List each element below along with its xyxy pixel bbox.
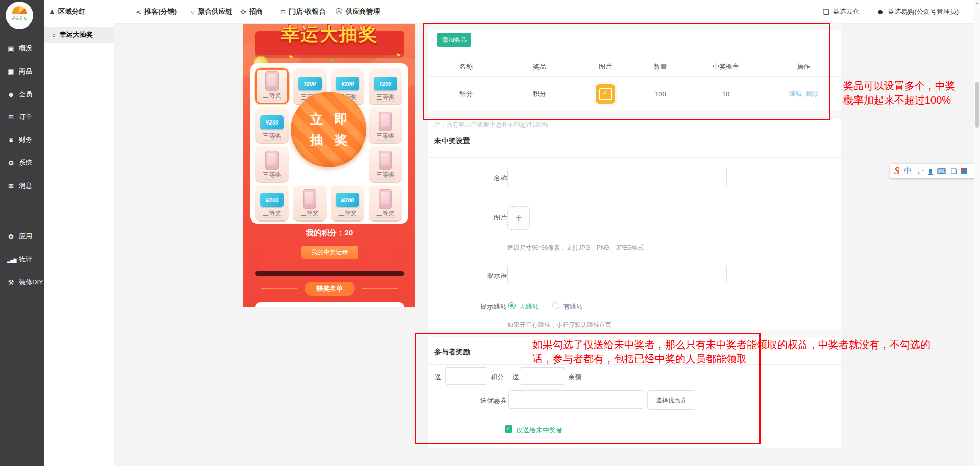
- sidebar-item-goods[interactable]: 商品: [7, 67, 32, 76]
- sidebar-item-apps[interactable]: 应用: [7, 232, 32, 241]
- scroll-up-arrow-icon[interactable]: [975, 1, 979, 5]
- prize-tile-voucher[interactable]: ¥200三等奖: [255, 185, 289, 220]
- prize-tile-label: 三等奖: [263, 92, 281, 101]
- finance-icon: [7, 136, 15, 144]
- sidebar-item-messages[interactable]: 消息: [7, 181, 32, 190]
- message-icon: [7, 182, 15, 190]
- keyboard-icon[interactable]: ⌨: [937, 167, 946, 175]
- no-jump-radio[interactable]: [508, 302, 516, 309]
- give-balance-input[interactable]: [520, 367, 565, 385]
- nav-promoter-distribution[interactable]: ⋖ 推客(分销): [136, 0, 177, 23]
- prize-tile-label: 三等奖: [263, 210, 281, 218]
- sogou-logo-icon[interactable]: S: [894, 165, 900, 177]
- admin-lottery-page: ♟ 区域分红 ⋖ 推客(分销) ○ 聚合供应链 ✣ 招商 ⊡ 门店-收银台 Ⓢ …: [0, 0, 980, 466]
- user-account-menu[interactable]: 益选易购(公众号管理员): [877, 7, 959, 16]
- annotation-note-participant: 如果勾选了仅送给未中奖者，那么只有未中奖者能领取的权益，中奖者就没有，不勾选的 …: [532, 337, 930, 366]
- points-prize-icon: [596, 84, 615, 104]
- workspace-label: 益选云仓: [833, 7, 860, 16]
- col-prize: 奖品: [504, 62, 575, 71]
- jump-radio[interactable]: [552, 302, 559, 309]
- prize-tile-label: 三等奖: [376, 171, 395, 180]
- sidebar-item-stats[interactable]: 统计: [7, 255, 32, 264]
- prize-tile-phone[interactable]: 三等奖: [255, 146, 289, 182]
- nav-region-dividend[interactable]: ♟ 区域分红: [49, 0, 86, 23]
- vertical-scrollbar[interactable]: [974, 0, 980, 466]
- voucher-prize-image: ¥200: [260, 193, 284, 207]
- nav-supply-chain[interactable]: ○ 聚合供应链: [191, 0, 232, 23]
- cell-image: [575, 82, 636, 106]
- only-losers-label[interactable]: 仅送给未中奖者: [516, 426, 562, 435]
- secondary-sidebar: 幸运大抽奖: [44, 23, 114, 466]
- submenu-item-lucky-draw[interactable]: 幸运大抽奖: [44, 27, 114, 43]
- sidebar-item-members[interactable]: 会员: [7, 90, 32, 99]
- banner-title: 幸运大抽奖: [243, 24, 415, 47]
- nav-store-cashier[interactable]: ⊡ 门店-收银台: [280, 0, 326, 23]
- clipboard-icon[interactable]: ❏: [951, 167, 957, 175]
- pill-line-right: [362, 288, 398, 289]
- prize-tile-voucher[interactable]: ¥200三等奖: [369, 68, 402, 104]
- system-icon: [7, 159, 15, 167]
- only-losers-checkbox[interactable]: [505, 425, 512, 433]
- orders-icon: [7, 113, 15, 121]
- prize-table-header: 名称 奖品 图片 数量 中奖概率 操作: [428, 59, 841, 75]
- user-icon: [877, 8, 885, 16]
- jump-field-label: 提示跳转: [459, 302, 507, 311]
- clover-icon: ✣: [240, 8, 246, 16]
- annotation-note-prizes: 奖品可以设置多个，中奖 概率加起来不超过100%: [843, 79, 955, 107]
- section-strip: [428, 23, 841, 30]
- give-points-input[interactable]: [445, 367, 487, 385]
- draw-now-button[interactable]: 立 即 抽 奖: [291, 92, 366, 167]
- ime-punctuation-toggle[interactable]: ，·: [916, 166, 924, 176]
- give-balance-label: 送: [512, 373, 520, 382]
- microphone-icon[interactable]: [929, 169, 932, 174]
- ime-menu-grid-icon[interactable]: [961, 168, 967, 174]
- draw-button-line2: 抽 奖: [306, 132, 352, 149]
- delete-link[interactable]: 删除: [805, 89, 819, 99]
- voucher-value: ¥200: [341, 197, 354, 203]
- no-jump-label[interactable]: 无跳转: [519, 302, 539, 311]
- col-quantity: 数量: [636, 62, 685, 71]
- pill-line-left: [261, 288, 297, 289]
- prize-tile-label: 三等奖: [338, 210, 357, 218]
- prize-tile-voucher[interactable]: ¥200三等奖: [331, 185, 364, 220]
- sidebar-item-overview[interactable]: 概况: [7, 44, 32, 53]
- prize-tile-voucher[interactable]: ¥200三等奖: [255, 107, 289, 143]
- image-upload-box[interactable]: [507, 206, 530, 230]
- ime-language-toggle[interactable]: 中: [904, 166, 911, 176]
- nav-investment[interactable]: ✣ 招商: [240, 0, 263, 23]
- prize-tile-label: 三等奖: [263, 171, 281, 180]
- coupon-input[interactable]: [508, 390, 644, 409]
- choose-coupon-button[interactable]: 选择优惠券: [647, 390, 695, 410]
- nav-supplier-management[interactable]: Ⓢ 供应商管理: [336, 0, 380, 23]
- phone-prize-image: [265, 151, 279, 170]
- cell-quantity: 100: [636, 90, 685, 98]
- prize-tile-phone[interactable]: 三等奖: [369, 146, 402, 182]
- upload-hint: 建议尺寸96*96像素，支持JPG、PNG、JPEG格式: [507, 243, 644, 252]
- name-input[interactable]: [507, 168, 727, 187]
- my-winning-records-button[interactable]: 我的中奖记录: [301, 246, 358, 259]
- scrollbar-thumb[interactable]: [975, 82, 979, 128]
- user-label: 益选易购(公众号管理员): [888, 7, 959, 16]
- prize-tile-phone[interactable]: 三等奖: [293, 185, 327, 220]
- prize-tile-phone[interactable]: 三等奖: [369, 107, 402, 143]
- jump-label[interactable]: 有跳转: [563, 302, 583, 311]
- prize-tile-label: 三等奖: [301, 210, 319, 218]
- cell-prize: 积分: [504, 89, 575, 99]
- tip-input[interactable]: [507, 265, 727, 284]
- prize-tile-phone[interactable]: 三等奖: [369, 185, 402, 220]
- ime-toolbar: S 中 ，· ⌨ ❏: [890, 164, 980, 178]
- sidebar-item-orders[interactable]: 订单: [7, 112, 32, 121]
- app-logo[interactable]: 共选云仓: [6, 2, 33, 29]
- workspace-switcher[interactable]: 益选云仓: [823, 7, 860, 16]
- sidebar-item-diy[interactable]: 装修DIY: [7, 278, 43, 287]
- sidebar-item-system[interactable]: 系统: [7, 158, 32, 167]
- prize-tile-phone-selected[interactable]: 三等奖: [255, 68, 289, 104]
- voucher-prize-image: ¥200: [374, 77, 397, 90]
- add-prize-button[interactable]: 添加奖品: [437, 33, 471, 47]
- winners-list-title: 获奖名单: [305, 282, 355, 296]
- phone-prize-image: [379, 151, 392, 170]
- edit-link[interactable]: 编辑: [789, 89, 802, 99]
- sidebar-item-finance[interactable]: 财务: [7, 135, 32, 144]
- person-icon: ♟: [49, 8, 55, 16]
- section-strip: [428, 330, 841, 337]
